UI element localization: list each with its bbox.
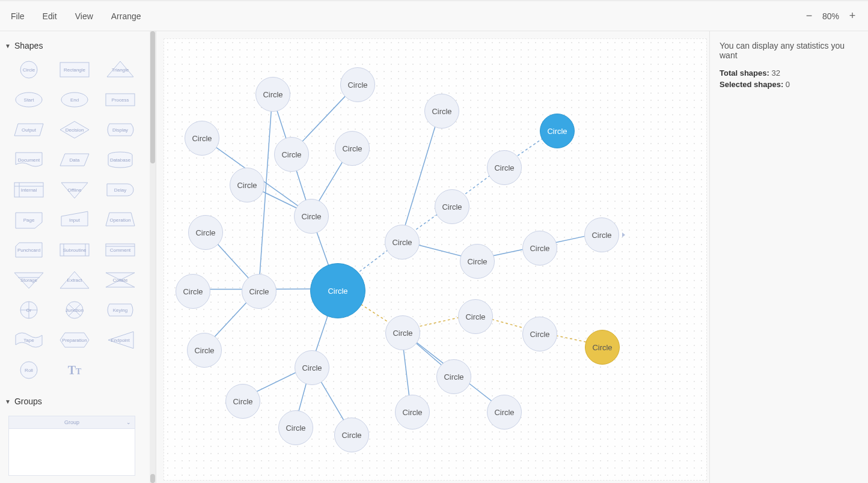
svg-marker-17 — [16, 243, 42, 257]
canvas-node[interactable]: Circle — [334, 418, 369, 452]
canvas-node[interactable]: Circle — [540, 114, 575, 148]
menu-edit[interactable]: Edit — [41, 8, 58, 25]
canvas-node[interactable]: Circle — [295, 350, 329, 385]
svg-marker-33 — [60, 333, 89, 347]
shape-input[interactable]: Input — [53, 207, 96, 233]
svg-rect-18 — [60, 244, 89, 256]
shape-document[interactable]: Document — [7, 147, 50, 173]
canvas-node[interactable]: Circle — [255, 77, 290, 112]
svg-rect-5 — [106, 94, 135, 106]
shape-punchcard[interactable]: Punchcard — [7, 237, 50, 263]
shape-internal[interactable]: Internal — [7, 177, 50, 203]
shape-or[interactable]: Or — [7, 297, 50, 323]
canvas-node[interactable]: Circle — [274, 137, 309, 172]
canvas-node[interactable]: Circle — [395, 395, 430, 430]
canvas-node[interactable]: Circle — [310, 263, 365, 318]
shape-end[interactable]: End — [53, 87, 96, 113]
shape-storage[interactable]: Storage — [7, 267, 50, 293]
shape-start[interactable]: Start — [7, 87, 50, 113]
shape-page[interactable]: Page — [7, 207, 50, 233]
canvas-node[interactable]: Circle — [185, 121, 219, 156]
canvas-node[interactable]: Circle — [225, 384, 260, 419]
canvas-node[interactable]: Circle — [230, 168, 264, 202]
canvas-node[interactable]: Circle — [385, 315, 420, 350]
stats-intro: You can display any statistics you want — [720, 41, 858, 60]
canvas-node[interactable]: Circle — [585, 330, 620, 365]
shape-roll[interactable]: Roll — [7, 357, 50, 383]
svg-marker-13 — [61, 183, 88, 198]
shape-decision[interactable]: Decision — [53, 117, 96, 143]
scrollbar-thumb[interactable] — [150, 31, 155, 163]
canvas-node[interactable]: Circle — [278, 410, 313, 445]
svg-marker-25 — [60, 272, 89, 288]
scrollbar-thumb[interactable] — [150, 474, 155, 483]
svg-marker-23 — [14, 273, 43, 288]
shape-delay[interactable]: Delay — [99, 177, 142, 203]
groups-section-label: Groups — [14, 396, 42, 406]
shape-extract[interactable]: Extract — [53, 267, 96, 293]
canvas-node[interactable]: Circle — [522, 231, 557, 266]
shape-triangle[interactable]: Triangle — [99, 56, 142, 83]
canvas-node[interactable]: Circle — [188, 215, 223, 250]
canvas-node[interactable]: Circle — [176, 274, 210, 309]
group-select-label: Group — [64, 419, 79, 425]
canvas-node[interactable]: Circle — [294, 199, 329, 234]
svg-rect-1 — [60, 62, 89, 77]
shape-tape[interactable]: Tape — [7, 327, 50, 353]
svg-point-4 — [61, 93, 88, 107]
svg-point-3 — [16, 93, 42, 107]
svg-rect-21 — [106, 244, 135, 256]
svg-point-0 — [20, 61, 37, 78]
canvas-node[interactable]: Circle — [487, 150, 522, 185]
canvas-node[interactable]: Circle — [385, 225, 420, 260]
shape-preparation[interactable]: Preparation — [53, 327, 96, 353]
stats-selected-label: Selected shapes: — [720, 80, 783, 89]
canvas-node[interactable]: Circle — [584, 217, 619, 252]
canvas-node[interactable]: Circle — [242, 274, 277, 309]
menu-arrange[interactable]: Arrange — [110, 8, 142, 25]
zoom-in-button[interactable]: + — [846, 10, 858, 22]
canvas-node[interactable]: Circle — [435, 189, 469, 224]
svg-marker-8 — [60, 154, 89, 166]
zoom-out-button[interactable]: − — [803, 10, 815, 22]
svg-marker-34 — [108, 332, 133, 348]
canvas-node[interactable]: Circle — [340, 67, 375, 102]
shape-subroutine[interactable]: Subroutine — [53, 237, 96, 263]
menu-view[interactable]: View — [74, 8, 94, 25]
shape-junction[interactable]: Junction — [53, 297, 96, 323]
shape-process[interactable]: Process — [99, 87, 142, 113]
shapes-section-label: Shapes — [14, 41, 43, 50]
shape-display[interactable]: Display — [99, 117, 142, 143]
shape-output[interactable]: Output — [7, 117, 50, 143]
stats-panel: You can display any statistics you want … — [709, 31, 868, 483]
canvas-node[interactable]: Circle — [458, 299, 493, 334]
shape-database[interactable]: Database — [99, 147, 142, 173]
zoom-level: 80% — [822, 11, 839, 21]
shape-text[interactable]: TT — [53, 357, 96, 383]
canvas-area[interactable]: CircleCircleCircleCircleCircleCircleCirc… — [156, 31, 709, 483]
canvas-node[interactable]: Circle — [487, 395, 522, 430]
canvas-node[interactable]: Circle — [522, 317, 557, 351]
svg-marker-6 — [14, 124, 43, 136]
canvas-node[interactable]: Circle — [424, 94, 459, 129]
group-select[interactable]: Group ⌄ — [8, 416, 135, 429]
canvas-node[interactable]: Circle — [436, 359, 471, 394]
groups-section-header[interactable]: ▼ Groups — [1, 393, 144, 412]
shape-collate[interactable]: Collate — [99, 267, 142, 293]
sidebar-scrollbar[interactable] — [150, 31, 156, 483]
shape-operation[interactable]: Operation — [99, 207, 142, 233]
shape-circle[interactable]: Circle — [7, 56, 50, 83]
shape-comment[interactable]: Comment — [99, 237, 142, 263]
shape-offline[interactable]: Offline — [53, 177, 96, 203]
shape-endpoint[interactable]: Endpoint — [99, 327, 142, 353]
svg-marker-14 — [16, 213, 42, 228]
canvas-node[interactable]: Circle — [187, 333, 222, 368]
stats-total-row: Total shapes: 32 — [720, 68, 858, 77]
shape-keying[interactable]: Keying — [99, 297, 142, 323]
canvas-node[interactable]: Circle — [460, 244, 495, 279]
shape-rectangle[interactable]: Rectangle — [53, 56, 96, 83]
menu-file[interactable]: File — [10, 8, 26, 25]
canvas-node[interactable]: Circle — [335, 131, 370, 166]
shapes-section-header[interactable]: ▼ Shapes — [1, 37, 144, 56]
shape-data[interactable]: Data — [53, 147, 96, 173]
